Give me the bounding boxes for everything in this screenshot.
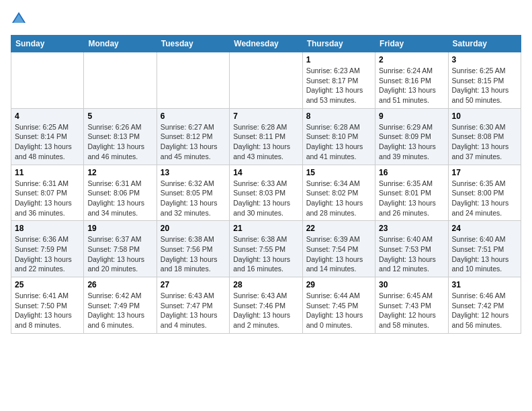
day-info: Sunrise: 6:33 AM Sunset: 8:03 PM Dayligh… (233, 179, 298, 218)
calendar-cell: 9Sunrise: 6:29 AM Sunset: 8:09 PM Daylig… (375, 108, 448, 165)
calendar-cell: 16Sunrise: 6:35 AM Sunset: 8:01 PM Dayli… (375, 165, 448, 221)
calendar-cell: 31Sunrise: 6:46 AM Sunset: 7:42 PM Dayli… (448, 277, 521, 334)
day-number: 21 (233, 224, 298, 233)
day-of-week-header: Wednesday (230, 36, 302, 52)
day-info: Sunrise: 6:35 AM Sunset: 8:01 PM Dayligh… (379, 179, 444, 218)
day-info: Sunrise: 6:38 AM Sunset: 7:55 PM Dayligh… (233, 234, 298, 274)
calendar-week-row: 25Sunrise: 6:41 AM Sunset: 7:50 PM Dayli… (11, 277, 521, 334)
calendar-cell: 30Sunrise: 6:45 AM Sunset: 7:43 PM Dayli… (375, 277, 448, 334)
day-info: Sunrise: 6:45 AM Sunset: 7:43 PM Dayligh… (379, 291, 444, 330)
calendar-cell: 18Sunrise: 6:36 AM Sunset: 7:59 PM Dayli… (11, 221, 84, 277)
day-number: 27 (161, 280, 226, 289)
day-info: Sunrise: 6:44 AM Sunset: 7:45 PM Dayligh… (306, 291, 371, 330)
calendar-cell: 23Sunrise: 6:40 AM Sunset: 7:53 PM Dayli… (375, 221, 448, 277)
day-number: 31 (452, 280, 517, 289)
day-info: Sunrise: 6:27 AM Sunset: 8:12 PM Dayligh… (161, 122, 226, 162)
day-info: Sunrise: 6:28 AM Sunset: 8:11 PM Dayligh… (233, 122, 298, 162)
day-number: 28 (233, 280, 298, 289)
calendar-cell: 6Sunrise: 6:27 AM Sunset: 8:12 PM Daylig… (157, 108, 229, 165)
day-info: Sunrise: 6:30 AM Sunset: 8:08 PM Dayligh… (452, 122, 517, 162)
day-number: 14 (233, 168, 298, 177)
day-info: Sunrise: 6:23 AM Sunset: 8:17 PM Dayligh… (306, 66, 371, 105)
calendar-cell (157, 52, 229, 109)
day-number: 30 (379, 280, 444, 289)
day-number: 29 (306, 280, 371, 289)
calendar-cell: 28Sunrise: 6:43 AM Sunset: 7:46 PM Dayli… (230, 277, 302, 334)
page-header (11, 11, 521, 27)
calendar-cell: 20Sunrise: 6:38 AM Sunset: 7:56 PM Dayli… (157, 221, 229, 277)
calendar-cell: 19Sunrise: 6:37 AM Sunset: 7:58 PM Dayli… (84, 221, 157, 277)
calendar-cell: 27Sunrise: 6:43 AM Sunset: 7:47 PM Dayli… (157, 277, 229, 334)
day-number: 13 (161, 168, 226, 177)
calendar-cell: 8Sunrise: 6:28 AM Sunset: 8:10 PM Daylig… (302, 108, 375, 165)
calendar-cell: 4Sunrise: 6:25 AM Sunset: 8:14 PM Daylig… (11, 108, 84, 165)
day-number: 10 (452, 111, 517, 121)
day-number: 17 (452, 168, 517, 177)
calendar-week-row: 11Sunrise: 6:31 AM Sunset: 8:07 PM Dayli… (11, 165, 521, 221)
calendar-cell: 15Sunrise: 6:34 AM Sunset: 8:02 PM Dayli… (302, 165, 375, 221)
calendar-week-row: 1Sunrise: 6:23 AM Sunset: 8:17 PM Daylig… (11, 52, 521, 109)
day-info: Sunrise: 6:24 AM Sunset: 8:16 PM Dayligh… (379, 66, 444, 105)
calendar-cell (11, 52, 84, 109)
day-number: 20 (161, 224, 226, 233)
day-number: 3 (452, 55, 517, 64)
day-info: Sunrise: 6:26 AM Sunset: 8:13 PM Dayligh… (87, 122, 152, 162)
day-info: Sunrise: 6:36 AM Sunset: 7:59 PM Dayligh… (15, 234, 80, 274)
day-number: 26 (87, 280, 152, 289)
calendar-cell: 7Sunrise: 6:28 AM Sunset: 8:11 PM Daylig… (230, 108, 302, 165)
day-info: Sunrise: 6:46 AM Sunset: 7:42 PM Dayligh… (452, 291, 517, 330)
day-of-week-header: Sunday (11, 36, 84, 52)
logo-icon (11, 11, 27, 27)
calendar-cell: 12Sunrise: 6:31 AM Sunset: 8:06 PM Dayli… (84, 165, 157, 221)
day-of-week-header: Thursday (302, 36, 375, 52)
day-number: 25 (15, 280, 80, 289)
calendar-week-row: 18Sunrise: 6:36 AM Sunset: 7:59 PM Dayli… (11, 221, 521, 277)
day-number: 1 (306, 55, 371, 64)
day-number: 22 (306, 224, 371, 233)
day-number: 12 (87, 168, 152, 177)
day-info: Sunrise: 6:42 AM Sunset: 7:49 PM Dayligh… (87, 291, 152, 330)
day-info: Sunrise: 6:39 AM Sunset: 7:54 PM Dayligh… (306, 234, 371, 274)
day-info: Sunrise: 6:43 AM Sunset: 7:46 PM Dayligh… (233, 291, 298, 330)
calendar-week-row: 4Sunrise: 6:25 AM Sunset: 8:14 PM Daylig… (11, 108, 521, 165)
day-info: Sunrise: 6:35 AM Sunset: 8:00 PM Dayligh… (452, 179, 517, 218)
calendar-cell: 26Sunrise: 6:42 AM Sunset: 7:49 PM Dayli… (84, 277, 157, 334)
calendar-cell: 14Sunrise: 6:33 AM Sunset: 8:03 PM Dayli… (230, 165, 302, 221)
calendar-cell: 22Sunrise: 6:39 AM Sunset: 7:54 PM Dayli… (302, 221, 375, 277)
calendar-cell: 13Sunrise: 6:32 AM Sunset: 8:05 PM Dayli… (157, 165, 229, 221)
calendar-cell: 21Sunrise: 6:38 AM Sunset: 7:55 PM Dayli… (230, 221, 302, 277)
day-of-week-header: Monday (84, 36, 157, 52)
day-info: Sunrise: 6:34 AM Sunset: 8:02 PM Dayligh… (306, 179, 371, 218)
day-number: 19 (87, 224, 152, 233)
calendar-cell: 29Sunrise: 6:44 AM Sunset: 7:45 PM Dayli… (302, 277, 375, 334)
day-info: Sunrise: 6:40 AM Sunset: 7:51 PM Dayligh… (452, 234, 517, 274)
day-number: 6 (161, 111, 226, 121)
day-number: 18 (15, 224, 80, 233)
day-number: 24 (452, 224, 517, 233)
day-info: Sunrise: 6:43 AM Sunset: 7:47 PM Dayligh… (161, 291, 226, 330)
day-info: Sunrise: 6:25 AM Sunset: 8:15 PM Dayligh… (452, 66, 517, 105)
day-info: Sunrise: 6:41 AM Sunset: 7:50 PM Dayligh… (15, 291, 80, 330)
day-info: Sunrise: 6:37 AM Sunset: 7:58 PM Dayligh… (87, 234, 152, 274)
day-number: 5 (87, 111, 152, 121)
calendar-cell (84, 52, 157, 109)
day-number: 23 (379, 224, 444, 233)
calendar-table: SundayMondayTuesdayWednesdayThursdayFrid… (11, 35, 521, 334)
calendar-cell: 1Sunrise: 6:23 AM Sunset: 8:17 PM Daylig… (302, 52, 375, 109)
day-number: 7 (233, 111, 298, 121)
day-info: Sunrise: 6:25 AM Sunset: 8:14 PM Dayligh… (15, 122, 80, 162)
day-number: 16 (379, 168, 444, 177)
day-of-week-header: Tuesday (157, 36, 229, 52)
calendar-header-row: SundayMondayTuesdayWednesdayThursdayFrid… (11, 36, 521, 52)
calendar-cell (230, 52, 302, 109)
calendar-cell: 2Sunrise: 6:24 AM Sunset: 8:16 PM Daylig… (375, 52, 448, 109)
calendar-cell: 24Sunrise: 6:40 AM Sunset: 7:51 PM Dayli… (448, 221, 521, 277)
day-number: 9 (379, 111, 444, 121)
day-number: 8 (306, 111, 371, 121)
calendar-cell: 11Sunrise: 6:31 AM Sunset: 8:07 PM Dayli… (11, 165, 84, 221)
day-of-week-header: Saturday (448, 36, 521, 52)
calendar-cell: 17Sunrise: 6:35 AM Sunset: 8:00 PM Dayli… (448, 165, 521, 221)
day-number: 4 (15, 111, 80, 121)
calendar-cell: 10Sunrise: 6:30 AM Sunset: 8:08 PM Dayli… (448, 108, 521, 165)
day-info: Sunrise: 6:29 AM Sunset: 8:09 PM Dayligh… (379, 122, 444, 162)
